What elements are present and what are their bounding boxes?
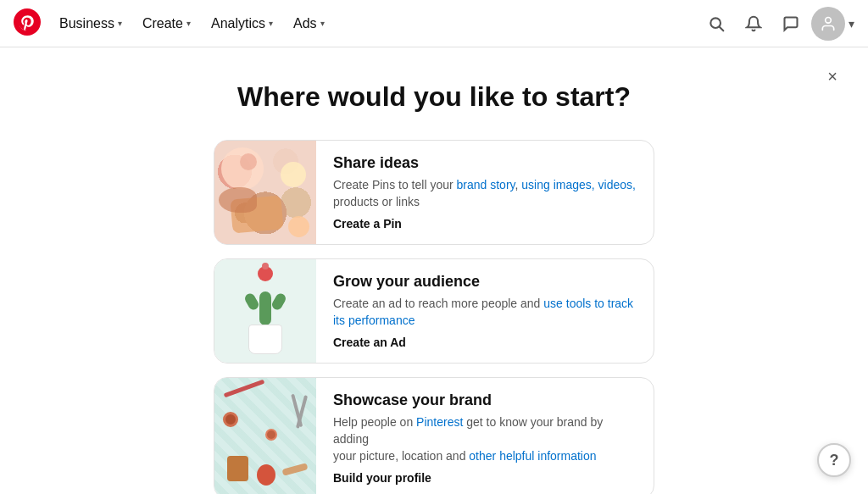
cactus-flower <box>258 266 273 281</box>
card-showcase-brand[interactable]: Showcase your brand Help people on Pinte… <box>214 377 654 494</box>
user-menu-chevron[interactable]: ▾ <box>849 17 854 31</box>
main-content: × Where would you like to start? Share i… <box>0 47 868 494</box>
use-tools-link[interactable]: use tools to track <box>543 297 633 310</box>
cactus-arm-right <box>270 292 287 312</box>
card-title-grow-audience: Grow your audience <box>333 273 637 291</box>
notifications-button[interactable] <box>737 7 771 41</box>
pinterest-logo[interactable] <box>14 8 44 39</box>
nav-item-ads[interactable]: Ads ▾ <box>285 9 333 38</box>
spool-2-decoration <box>257 464 275 486</box>
build-profile-link[interactable]: Build your profile <box>333 471 637 485</box>
pinterest-link[interactable]: Pinterest <box>416 415 463 429</box>
images-videos-link[interactable]: using images, videos, <box>521 178 636 191</box>
card-desc-share-ideas: Create Pins to tell your brand story, us… <box>333 177 637 210</box>
chevron-down-icon: ▾ <box>186 19 191 28</box>
card-title-showcase-brand: Showcase your brand <box>333 391 637 409</box>
cactus-body <box>259 291 271 325</box>
card-title-share-ideas: Share ideas <box>333 154 637 172</box>
card-image-showcase-brand <box>214 378 316 494</box>
svg-point-3 <box>826 17 832 23</box>
card-grow-audience[interactable]: Grow your audience Create an ad to reach… <box>214 258 654 364</box>
nav-item-business[interactable]: Business ▾ <box>51 9 131 38</box>
create-pin-link[interactable]: Create a Pin <box>333 217 637 230</box>
create-ad-link[interactable]: Create an Ad <box>333 336 637 349</box>
card-content-share-ideas: Share ideas Create Pins to tell your bra… <box>316 141 654 244</box>
nav-item-analytics[interactable]: Analytics ▾ <box>203 9 281 38</box>
cactus-arm-left <box>243 292 260 312</box>
page-heading: Where would you like to start? <box>237 81 631 113</box>
performance-link[interactable]: its performance <box>333 314 415 327</box>
user-avatar-button[interactable] <box>811 7 845 41</box>
navbar: Business ▾ Create ▾ Analytics ▾ Ads ▾ <box>0 0 868 47</box>
close-button[interactable]: × <box>817 61 848 92</box>
brand-story-link[interactable]: brand story <box>457 178 515 191</box>
scissors-decoration <box>296 396 308 430</box>
messages-button[interactable] <box>774 7 808 41</box>
card-image-share-ideas <box>214 141 316 244</box>
card-content-grow-audience: Grow your audience Create an ad to reach… <box>316 259 654 363</box>
card-content-showcase-brand: Showcase your brand Help people on Pinte… <box>316 378 654 494</box>
spool-1-decoration <box>227 456 248 481</box>
cards-container: Share ideas Create Pins to tell your bra… <box>214 140 654 494</box>
svg-line-2 <box>720 26 724 31</box>
ribbon-decoration <box>224 380 265 398</box>
nav-items: Business ▾ Create ▾ Analytics ▾ Ads ▾ <box>51 9 333 38</box>
search-button[interactable] <box>699 7 733 41</box>
card-desc-showcase-brand: Help people on Pinterest get to know you… <box>333 414 637 464</box>
other-info-link[interactable]: other helpful information <box>469 449 596 463</box>
card-image-grow-audience <box>214 259 316 363</box>
cactus-cup <box>248 325 282 354</box>
card-desc-grow-audience: Create an ad to reach more people and us… <box>333 296 637 329</box>
card-share-ideas[interactable]: Share ideas Create Pins to tell your bra… <box>214 140 654 245</box>
nav-item-create[interactable]: Create ▾ <box>134 9 199 38</box>
chevron-down-icon: ▾ <box>320 19 325 28</box>
chevron-down-icon: ▾ <box>118 19 122 28</box>
chevron-down-icon: ▾ <box>269 19 273 28</box>
help-button[interactable]: ? <box>817 443 851 477</box>
nav-right: ▾ <box>699 7 854 41</box>
